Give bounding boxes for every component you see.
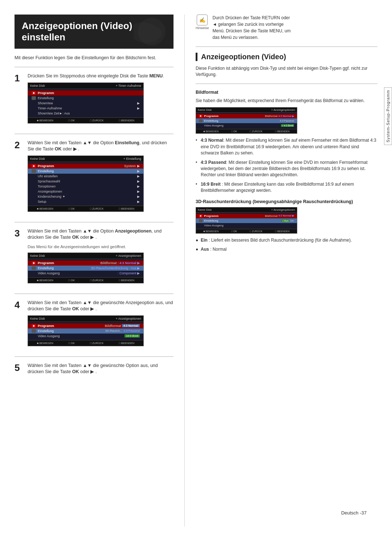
- screen-mock-4: Keine Disk + Anzeigeoptionen ▶ Programm …: [28, 315, 144, 346]
- rausch-bullet-2: ● Aus : Normal: [196, 246, 377, 253]
- step-1: 1 Drücken Sie im Stoppmodus ohne eingele…: [15, 73, 173, 127]
- screen-1-row-4: Timer-Aufnahme ▶: [28, 106, 143, 111]
- step-2-num: 2: [15, 140, 25, 150]
- step-4-num: 4: [15, 300, 25, 310]
- screen-3-row-2: Einstellung 3D-Rauschunterdrückung : Aus…: [28, 266, 143, 271]
- right-section-title: Anzeigeoptionen (Video): [196, 53, 377, 61]
- screen-4-header: Keine Disk + Anzeigeoptionen: [28, 316, 143, 322]
- screen-1-header: Keine Disk + Timer-Aufnahme: [28, 83, 143, 89]
- intro-text: Mit dieser Funktion legen Sie die Einste…: [15, 55, 173, 60]
- step-3-subtext: Das Menü für die Anzeigeeinstellungen wi…: [28, 244, 173, 250]
- screen-1-row-1: ▶ Programm: [28, 90, 143, 96]
- gear-icon-3: [32, 266, 36, 270]
- page-number: Deutsch -37: [341, 510, 367, 516]
- title-box: Anzeigeoptionen (Video) einstellen: [15, 15, 173, 49]
- tab-icon-2: ▶: [32, 164, 36, 168]
- step-3: 3 Wählen Sie mit den Tasten ▲▼ die Optio…: [15, 228, 173, 287]
- step-1-num: 1: [15, 73, 25, 84]
- left-column: Anzeigeoptionen (Video) einstellen Mit d…: [15, 15, 185, 526]
- page-container: Anzeigeoptionen (Video) einstellen Mit d…: [0, 0, 392, 541]
- screen-4-row-2: Einstellung 3D-Rausch... 4:3 Passend: [28, 328, 143, 334]
- screen-bild-row-3: Video Ausgang √ 4:3 Breit: [196, 123, 297, 128]
- gear-icon: [32, 96, 36, 100]
- page-title: Anzeigeoptionen (Video) einstellen: [22, 20, 166, 43]
- bildformat-bullet-3: • 16:9 Breit : Mit dieser Einstellung ka…: [196, 181, 377, 194]
- bildformat-bullet-2: • 4:3 Passend: Mit dieser Einstellung kö…: [196, 160, 377, 178]
- screen-rausch-footer: ■ BEWEGEN □ OK □ ZURÜCK □ BEENDEN: [196, 229, 297, 233]
- screen-rausch-header: Keine Disk + Anzeigeoptionen: [196, 207, 297, 213]
- screen-1-row-5: ShowView Zeit►: Aus: [28, 111, 143, 116]
- divider-2: [15, 222, 173, 222]
- screen-bild-footer: ■ BEWEGEN □ OK □ ZURÜCK □ BEENDEN: [196, 129, 297, 133]
- step-1-content: Drücken Sie im Stoppmodus ohne eingelegt…: [28, 73, 173, 127]
- screen-bild-body: ▶ Programm Bildformat 4:3 Normal ▶ Einst…: [196, 113, 297, 129]
- screen-bild-row-2: Einstellung 4:3 Passend: [196, 118, 297, 123]
- notice-label: Hinweise: [196, 26, 209, 30]
- bildformat-title: Bildformat: [196, 90, 377, 95]
- step-2: 2 Wählen Sie mit den Tasten ▲▼ die Optio…: [15, 140, 173, 215]
- gear-icon-2: [32, 169, 36, 173]
- step-4-text: Wählen Sie mit den Tasten ▲▼ die gewünsc…: [28, 300, 173, 312]
- step-4-content: Wählen Sie mit den Tasten ▲▼ die gewünsc…: [28, 300, 173, 350]
- step-2-text: Wählen Sie mit den Tasten ▲▼ die Option …: [28, 140, 173, 153]
- step-2-content: Wählen Sie mit den Tasten ▲▼ die Option …: [28, 140, 173, 215]
- screen-bildformat: Keine Disk + Anzeigeoptionen ▶ Programm …: [196, 107, 297, 134]
- screen-1-row-2: Einstellung: [28, 96, 143, 101]
- screen-2-row-5: Tonoptionen ▶: [28, 184, 143, 189]
- screen-2-row-3: Uhr einstellen ▶: [28, 174, 143, 179]
- rausch-section: 3D-Rauschunterdrückung (bewegungsabhängi…: [196, 199, 377, 253]
- screen-bild-header: Keine Disk + Anzeigeoptionen: [196, 108, 297, 113]
- divider-4: [15, 356, 173, 357]
- bildformat-desc: Sie haben die Möglichkeit, entsprechend …: [196, 98, 377, 104]
- bildformat-bullets: • 4:3 Normal: Mit dieser Einstellung kön…: [196, 137, 377, 194]
- screen-3-row-3: Video Ausgang : Component ▶: [28, 271, 143, 276]
- screen-4-row-1: ▶ Programm Bildformat 4:3 Normal: [28, 323, 143, 328]
- divider-1: [15, 134, 173, 134]
- step-5-content: Wählen Sie mit den Tasten ▲▼ die gewünsc…: [28, 363, 173, 378]
- screen-mock-1: Keine Disk + Timer-Aufnahme ▶ Programm E…: [28, 82, 144, 124]
- screen-1-body: ▶ Programm Einstellung ShowView ▶: [28, 89, 143, 117]
- screen-3-row-1: ▶ Programm Bildformat : 4:3 Normal ▶: [28, 261, 143, 266]
- screen-2-footer: ■ BEWEGEN □ OK □ ZURÜCK □ BEENDEN: [28, 206, 143, 211]
- screen-mock-3: Keine Disk + Anzeigeoptionen ▶ Programm …: [28, 253, 144, 283]
- screen-2-body: ▶ Programm System ▶ Einstellung ▶ Uhr ei…: [28, 162, 143, 206]
- divider-top: [15, 67, 173, 67]
- step-3-text: Wählen Sie mit den Tasten ▲▼ die Option …: [28, 228, 173, 241]
- rausch-bullet-1: ● Ein : Liefert ein besseres Bild durch …: [196, 237, 377, 243]
- screen-rausch-row-3: Video Ausgang: [196, 223, 297, 228]
- screen-3-footer: ■ BEWEGEN □ OK □ ZURÜCK □ BEENDEN: [28, 277, 143, 283]
- right-column: ✍ Hinweise Durch Drücken der Taste RETUR…: [185, 15, 377, 526]
- screen-2-row-7: Kindersicherung ✦ ▶: [28, 194, 143, 199]
- right-intro: Diese Funktion ist abhängig vom Disk-Typ…: [196, 65, 377, 78]
- screen-3-body: ▶ Programm Bildformat : 4:3 Normal ▶ Ein…: [28, 259, 143, 277]
- screen-4-footer: ■ BEWEGEN □ OK □ ZURÜCK □ BEENDEN: [28, 340, 143, 346]
- right-divider-top: [196, 47, 377, 47]
- screen-mock-2: Keine Disk + Einstellung ▶ Programm Syst…: [28, 156, 144, 212]
- step-3-content: Wählen Sie mit den Tasten ▲▼ die Option …: [28, 228, 173, 287]
- screen-rausch-row-1: ▶ Programm Bildformat 4:3 Normal ▶: [196, 214, 297, 218]
- bildformat-section: Bildformat Sie haben die Möglichkeit, en…: [196, 90, 377, 194]
- gear-icon-4: [32, 329, 36, 333]
- tab-icon-bild: ▶: [199, 114, 203, 118]
- screen-rausch-body: ▶ Programm Bildformat 4:3 Normal ▶ Einst…: [196, 213, 297, 229]
- step-5-num: 5: [15, 363, 25, 373]
- notice-text: Durch Drücken der Taste RETURN oder ◄ ge…: [213, 15, 291, 41]
- side-tab: System-Setup-Programm: [384, 87, 392, 145]
- screen-rausch: Keine Disk + Anzeigeoptionen ▶ Programm …: [196, 207, 297, 234]
- screen-2-row-1: ▶ Programm System ▶: [28, 163, 143, 169]
- divider-3: [15, 294, 173, 294]
- screen-2-row-4: Sprachauswahl ▶: [28, 179, 143, 184]
- rausch-bullets: ● Ein : Liefert ein besseres Bild durch …: [196, 237, 377, 253]
- screen-3-header: Keine Disk + Anzeigeoptionen: [28, 253, 143, 259]
- screen-1-footer: ■ BEWEGEN □ OK □ ZURÜCK □ BEENDEN: [28, 117, 143, 123]
- rausch-title: 3D-Rauschunterdrückung (bewegungsabhängi…: [196, 199, 377, 204]
- notice-icon: ✍: [197, 15, 208, 25]
- step-4: 4 Wählen Sie mit den Tasten ▲▼ die gewün…: [15, 300, 173, 350]
- screen-bild-row-1: ▶ Programm Bildformat 4:3 Normal ▶: [196, 114, 297, 118]
- notice-box: ✍ Hinweise Durch Drücken der Taste RETUR…: [196, 15, 377, 41]
- step-5-text: Wählen Sie mit den Tasten ▲▼ die gewünsc…: [28, 363, 173, 375]
- screen-2-header: Keine Disk + Einstellung: [28, 156, 143, 162]
- screen-4-body: ▶ Programm Bildformat 4:3 Normal Einstel…: [28, 322, 143, 340]
- tab-icon-4: ▶: [32, 324, 36, 328]
- screen-4-row-3: Video Ausgang 16:9 Breit: [28, 334, 143, 339]
